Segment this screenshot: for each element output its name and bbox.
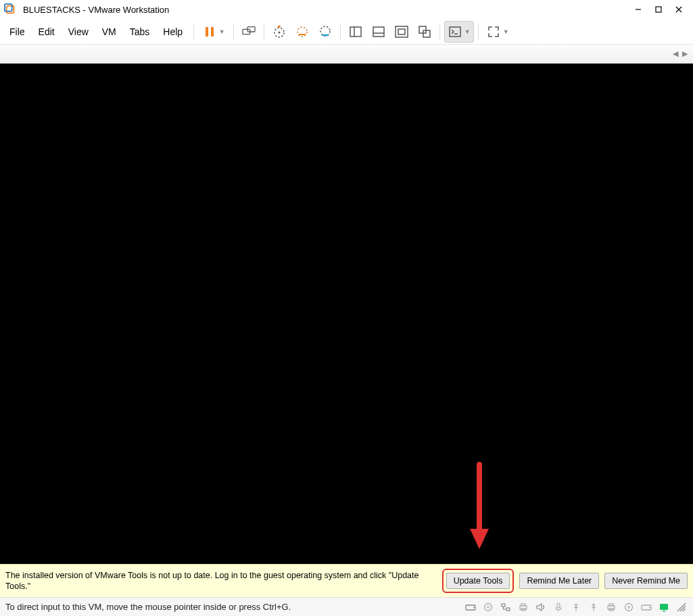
chevron-down-icon: ▼ [503, 28, 509, 35]
separator [264, 24, 264, 40]
app-icon [4, 3, 16, 16]
fullscreen-button[interactable]: ▼ [483, 21, 512, 43]
vmware-tools-info-bar: The installed version of VMware Tools is… [0, 564, 693, 597]
svg-rect-20 [419, 26, 426, 33]
svg-rect-6 [206, 27, 208, 37]
console-icon [448, 25, 462, 39]
titlebar: BLUESTACKS - VMware Workstation [0, 0, 693, 19]
cd-icon[interactable] [482, 602, 494, 613]
layout-sidebar-icon [349, 25, 362, 39]
sound-icon[interactable] [535, 602, 547, 613]
layout-multi-icon [418, 25, 431, 39]
layout-sidebar-button[interactable] [345, 21, 366, 43]
harddisk-icon[interactable] [640, 602, 652, 613]
svg-point-39 [628, 606, 630, 608]
device-tray [464, 602, 688, 613]
close-button[interactable] [669, 2, 689, 17]
menu-tabs[interactable]: Tabs [123, 24, 157, 40]
vm-console-viewport[interactable] [0, 64, 693, 564]
layout-bottom-icon [372, 25, 385, 39]
svg-rect-14 [350, 27, 361, 37]
svg-rect-1 [5, 4, 12, 11]
update-tools-button[interactable]: Update Tools [446, 573, 510, 589]
chevron-down-icon: ▼ [464, 28, 471, 35]
svg-point-41 [649, 607, 650, 608]
fullscreen-icon [487, 25, 500, 39]
chevron-down-icon: ▼ [219, 28, 225, 35]
svg-rect-21 [423, 30, 430, 37]
menu-vm[interactable]: VM [95, 24, 123, 40]
svg-rect-42 [660, 604, 668, 610]
svg-point-26 [473, 607, 475, 608]
display-connected-icon[interactable] [658, 602, 670, 613]
svg-rect-32 [521, 604, 525, 606]
network-icon[interactable] [500, 602, 512, 613]
resize-grip-icon[interactable] [675, 602, 688, 613]
snapshot-manage-icon [318, 25, 332, 39]
usb-icon[interactable] [570, 602, 582, 613]
svg-rect-3 [656, 7, 661, 12]
separator [478, 24, 479, 40]
info-message: The installed version of VMware Tools is… [5, 570, 437, 592]
separator [233, 24, 234, 40]
snapshot-manager-button[interactable] [314, 21, 336, 43]
cd-icon[interactable] [623, 602, 635, 613]
printer-icon[interactable] [517, 602, 529, 613]
snapshot-take-icon [272, 25, 286, 39]
menu-edit[interactable]: Edit [32, 24, 62, 40]
layout-bottom-button[interactable] [368, 21, 389, 43]
svg-point-38 [625, 603, 633, 611]
layout-multi-button[interactable] [414, 21, 435, 43]
separator [439, 24, 440, 40]
send-keys-icon [242, 25, 256, 39]
svg-rect-36 [609, 604, 613, 606]
snapshot-take-button[interactable] [268, 21, 290, 43]
harddisk-icon[interactable] [464, 602, 477, 613]
svg-rect-18 [396, 26, 408, 37]
console-view-button[interactable]: ▼ [444, 21, 474, 43]
svg-rect-19 [398, 29, 405, 34]
tab-prev-button[interactable]: ◀ [673, 49, 678, 58]
pause-icon [203, 25, 216, 39]
svg-rect-16 [373, 27, 384, 37]
suspend-button[interactable]: ▼ [198, 21, 229, 43]
never-remind-button[interactable]: Never Remind Me [604, 573, 688, 589]
status-hint: To direct input to this VM, move the mou… [5, 602, 464, 612]
svg-rect-30 [506, 608, 510, 611]
svg-rect-22 [450, 27, 460, 37]
menu-view[interactable]: View [62, 24, 95, 40]
svg-rect-29 [502, 604, 505, 607]
annotation-highlight: Update Tools [442, 569, 515, 593]
window-title: BLUESTACKS - VMware Workstation [23, 5, 628, 15]
layout-fit-button[interactable] [391, 21, 412, 43]
svg-rect-0 [7, 6, 14, 14]
minimize-button[interactable] [628, 2, 648, 17]
usb-icon[interactable] [588, 602, 600, 613]
svg-rect-43 [663, 611, 665, 612]
tab-next-button[interactable]: ▶ [682, 49, 688, 58]
tab-strip: ◀ ▶ [0, 45, 693, 64]
svg-point-28 [487, 606, 489, 608]
separator [193, 24, 194, 40]
menu-file[interactable]: File [3, 24, 32, 40]
layout-fit-icon [395, 25, 408, 39]
printer-icon[interactable] [605, 602, 617, 613]
svg-point-27 [485, 603, 492, 611]
menu-help[interactable]: Help [156, 24, 189, 40]
svg-point-11 [279, 31, 281, 33]
remind-later-button[interactable]: Remind Me Later [519, 573, 599, 589]
snapshot-revert-icon [295, 25, 309, 39]
menubar: File Edit View VM Tabs Help ▼ [0, 19, 693, 45]
send-ctrlaltdel-button[interactable] [238, 21, 260, 43]
svg-rect-34 [557, 603, 560, 608]
separator [340, 24, 341, 40]
snapshot-revert-button[interactable] [291, 21, 313, 43]
status-bar: To direct input to this VM, move the mou… [0, 597, 693, 616]
maximize-button[interactable] [648, 2, 669, 17]
microphone-icon[interactable] [552, 602, 565, 613]
annotation-arrow-icon [466, 461, 493, 556]
window-controls [628, 2, 689, 17]
svg-rect-7 [211, 27, 214, 37]
